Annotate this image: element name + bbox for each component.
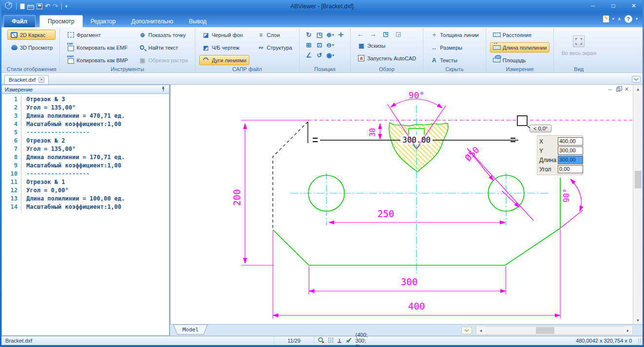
group-position: ↻ ◳ ⊕▾ ✛ ⊞ ⊡ ⊖▾ ∠ ↺ ◉▾ Позиция — [300, 28, 351, 73]
ribbon-tab-bar: Файл Просмотр Редактор Дополнительно Выв… — [1, 13, 643, 27]
find-text-button[interactable]: Найти текст — [136, 42, 191, 53]
fragment-icon — [67, 31, 75, 38]
quick-edit-caret-icon[interactable]: ▾ — [612, 15, 614, 23]
dim-label-width-outer: 400 — [408, 301, 425, 311]
zoom-extents-icon[interactable]: ⊡ — [314, 41, 325, 49]
zoom-selected-icon[interactable]: ◉▾ — [325, 52, 336, 59]
black-background-button[interactable]: ◪Черный фон — [199, 30, 249, 40]
scroll-up-icon[interactable]: ▴ — [634, 85, 643, 93]
scroll-left-icon[interactable]: ◂ — [476, 326, 485, 334]
measure-line: 11Отрезок № 1 — [2, 178, 169, 186]
tab-output[interactable]: Вывод — [181, 16, 214, 27]
osnap-icon[interactable] — [345, 337, 352, 344]
show-point-button[interactable]: ⊕Показать точку — [136, 30, 191, 40]
refresh-view-icon[interactable]: ↺ — [314, 52, 325, 59]
minimize-button[interactable]: ─ — [588, 0, 598, 12]
pin-icon[interactable] — [161, 86, 166, 92]
horizontal-scroll-thumb[interactable] — [536, 327, 554, 334]
pan-icon[interactable]: ✛ — [336, 31, 346, 38]
grid-icon[interactable] — [328, 337, 334, 344]
length-label: Длина — [539, 157, 558, 164]
texts-button[interactable]: AТексты — [427, 55, 482, 65]
y-input[interactable]: 300,00 — [558, 146, 583, 155]
drawing-canvas[interactable]: ─ ✕ — [170, 85, 633, 324]
dim-label-width-inner: 300 — [401, 276, 417, 287]
mdi-close-icon[interactable]: ✕ — [625, 86, 629, 92]
measure-line: 3Длина полилинии = 470,71 ед. — [2, 112, 169, 120]
close-button[interactable]: ✕ — [629, 0, 639, 12]
run-autocad-button[interactable]: aЗапустить AutoCAD — [355, 53, 419, 63]
group-label: Вид — [554, 66, 604, 72]
help-icon[interactable]: ? — [625, 15, 632, 23]
rotate-angle-icon[interactable]: ∠ — [303, 52, 314, 59]
copy-as-bmp-button[interactable]: BMPКопировать как BMP — [64, 55, 131, 65]
measurement-results[interactable]: 1Отрезок № 32Угол = 135,00°3Длина полили… — [1, 94, 170, 336]
zoom-in-icon[interactable]: ⊕▾ — [325, 31, 336, 38]
maximize-button[interactable]: □ — [608, 0, 618, 12]
length-input[interactable]: 300,00 — [558, 156, 583, 164]
rotate-view-icon[interactable]: ↻ — [303, 31, 314, 38]
dimensions-button[interactable]: ↔Размеры — [427, 42, 482, 53]
tab-view[interactable]: Просмотр — [39, 15, 83, 27]
layers-button[interactable]: ≡Слои — [254, 30, 295, 40]
scroll-down-icon[interactable]: ▾ — [634, 316, 643, 324]
area-button[interactable]: Площадь — [490, 55, 550, 65]
resize-grip[interactable] — [638, 338, 643, 343]
ortho-icon[interactable]: ⊥ — [337, 338, 342, 344]
thumbnails-icon: ▦ — [358, 42, 365, 49]
panel-collapse-button[interactable] — [632, 76, 641, 83]
svg-text:Model: Model — [182, 327, 198, 333]
x-input[interactable]: 400,00 — [558, 137, 583, 146]
dim-label-diameter: Ø50 — [463, 145, 481, 163]
next-page-icon: ◲ — [395, 30, 402, 37]
bw-drawing-icon: ◩ — [202, 44, 210, 51]
group-hide: ÷Толщина линии ↔Размеры AТексты Скрыть — [423, 28, 486, 73]
line-weight-button[interactable]: ÷Толщина линии — [427, 30, 482, 40]
view-3d-button[interactable]: 3D Просмотр — [7, 42, 56, 53]
back-view-icon[interactable]: ← — [357, 30, 364, 37]
mdi-minimize-icon[interactable]: ─ — [608, 87, 612, 92]
fullscreen-button: Во весь экран — [558, 30, 600, 62]
arcs-as-lines-button[interactable]: Дуги линиями — [199, 55, 249, 65]
copy-bmp-icon: BMP — [67, 56, 75, 64]
dim-label-angle-top: 90° — [409, 90, 425, 100]
tab-close-icon[interactable]: ✕ — [38, 77, 44, 83]
group-label: Измерение — [486, 66, 554, 72]
zoom-window-icon[interactable]: ◳ — [314, 31, 325, 38]
angle-input[interactable]: 0,00 — [558, 165, 583, 173]
measure-line: 7Угол = 135,00° — [2, 145, 169, 153]
vertical-scroll-thumb[interactable] — [635, 171, 642, 188]
thumbnails-button[interactable]: ▦Эскизы — [355, 40, 419, 51]
tab-file[interactable]: Файл — [3, 15, 36, 27]
tab-advanced[interactable]: Дополнительно — [123, 16, 181, 27]
zoom-out-icon[interactable]: ⊖▾ — [325, 41, 336, 49]
fragment-button[interactable]: Фрагмент — [64, 30, 131, 40]
autocad-icon: a — [358, 55, 365, 62]
horizontal-scrollbar[interactable]: ◂ ▸ — [476, 326, 633, 335]
sheet-tab-model[interactable]: Model — [173, 324, 208, 337]
structure-button[interactable]: ∾Структура — [254, 42, 295, 53]
measure-line: 14Масштабный коэффициент:1,00 — [2, 203, 169, 211]
prev-page-icon[interactable]: ◳ — [382, 30, 390, 37]
collapse-ribbon-icon[interactable]: ∧ — [618, 15, 621, 23]
document-tab-bracket[interactable]: Bracket.dxf ✕ — [4, 75, 49, 84]
vertical-scrollbar[interactable]: ▴ ▾ — [633, 85, 643, 324]
tile-views-icon[interactable]: ⊞ — [303, 41, 314, 49]
mdi-restore-icon[interactable] — [616, 88, 620, 91]
bw-drawing-button[interactable]: ◩Ч/Б чертеж — [199, 42, 249, 53]
dim-label-segment-length: 300.00 — [402, 135, 431, 145]
scroll-right-icon[interactable]: ▸ — [624, 326, 632, 334]
forward-view-icon[interactable]: → — [369, 30, 377, 37]
snap-icon[interactable] — [318, 337, 324, 345]
find-text-icon — [139, 44, 147, 51]
copy-as-emf-button[interactable]: EMFКопировать как EMF — [64, 42, 131, 53]
polyline-length-button[interactable]: Длина полилинии — [490, 42, 550, 53]
tab-editor[interactable]: Редактор — [83, 16, 124, 27]
quick-edit-icon[interactable] — [603, 16, 609, 22]
sheet-tab-bar: Model ◂ ▸ — [170, 324, 643, 336]
expand-panel-button[interactable] — [461, 327, 472, 334]
coordinate-input-panel: X 400,00 Y 300,00 Длина 300,00 Угол 0,00 — [537, 135, 583, 175]
wireframe-2d-button[interactable]: 2D Каркас — [7, 30, 56, 40]
help-caret-icon[interactable]: ▾ — [636, 15, 638, 23]
distance-button[interactable]: Расстояние — [490, 30, 550, 40]
